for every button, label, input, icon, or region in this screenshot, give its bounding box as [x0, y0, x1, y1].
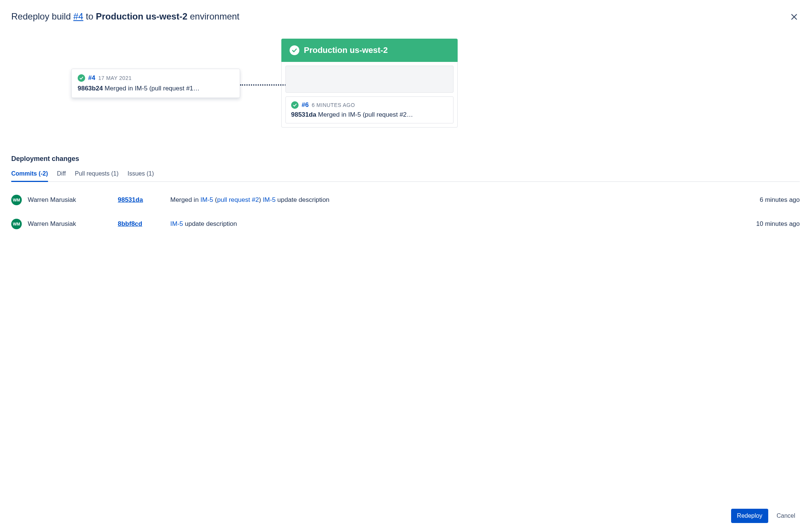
current-commit-hash: 98531da [291, 111, 316, 118]
current-build-number: #6 [302, 101, 309, 109]
commit-row: WM Warren Marusiak 8bbf8cd IM-5 update d… [11, 215, 800, 239]
environment-name: Production us-west-2 [304, 45, 388, 55]
close-button[interactable] [788, 11, 800, 24]
commit-message: Merged in IM-5 (pull request #2) IM-5 up… [170, 196, 760, 204]
issue-link[interactable]: IM-5 [200, 196, 213, 203]
avatar: WM [11, 195, 22, 205]
title-build-link[interactable]: #4 [73, 11, 83, 21]
dialog-title: Redeploy build #4 to Production us-west-… [11, 11, 239, 22]
commit-time: 6 minutes ago [760, 196, 800, 204]
msg-text: Merged in [170, 196, 200, 203]
commit-author: Warren Marusiak [28, 220, 118, 228]
issue-link[interactable]: IM-5 [170, 220, 183, 227]
commit-time: 10 minutes ago [756, 220, 800, 228]
source-commit-hash: 9863b24 [78, 85, 103, 92]
source-build-card[interactable]: #4 17 MAY 2021 9863b24 Merged in IM-5 (p… [71, 69, 240, 98]
close-icon [790, 17, 798, 22]
tab-issues[interactable]: Issues (1) [128, 170, 154, 182]
commit-hash-link[interactable]: 8bbf8cd [118, 220, 170, 228]
commit-author: Warren Marusiak [28, 196, 118, 204]
tab-commits[interactable]: Commits (-2) [11, 170, 48, 182]
title-suffix: environment [188, 11, 240, 21]
section-title: Deployment changes [11, 155, 800, 163]
msg-text: update description [276, 196, 330, 203]
commit-row: WM Warren Marusiak 98531da Merged in IM-… [11, 191, 800, 215]
commits-list: WM Warren Marusiak 98531da Merged in IM-… [11, 191, 800, 239]
tab-diff[interactable]: Diff [57, 170, 66, 182]
pr-link[interactable]: pull request #2 [217, 196, 259, 203]
source-build-date: 17 MAY 2021 [98, 75, 132, 81]
msg-text: update description [183, 220, 237, 227]
title-mid: to [83, 11, 96, 21]
current-commit-line: 98531da Merged in IM-5 (pull request #2… [291, 111, 448, 119]
source-commit-line: 9863b24 Merged in IM-5 (pull request #1… [78, 85, 234, 92]
current-deployment-card[interactable]: #6 6 MINUTES AGO 98531da Merged in IM-5 … [285, 96, 454, 123]
environment-panel: Production us-west-2 #6 6 MINUTES AGO 98… [281, 39, 458, 128]
title-env-name: Production us-west-2 [96, 11, 188, 21]
current-commit-message: Merged in IM-5 (pull request #2… [316, 111, 413, 118]
commit-hash-link[interactable]: 98531da [118, 196, 170, 204]
commit-message: IM-5 update description [170, 220, 756, 228]
source-commit-message: Merged in IM-5 (pull request #1… [103, 85, 200, 92]
msg-text: ( [213, 196, 217, 203]
title-prefix: Redeploy build [11, 11, 73, 21]
issue-link[interactable]: IM-5 [263, 196, 276, 203]
success-icon [78, 74, 85, 82]
current-build-date: 6 MINUTES AGO [312, 102, 355, 108]
success-icon [290, 45, 299, 55]
avatar: WM [11, 219, 22, 229]
deployment-diagram: #4 17 MAY 2021 9863b24 Merged in IM-5 (p… [11, 39, 800, 147]
source-build-number: #4 [88, 74, 95, 82]
tabs: Commits (-2) Diff Pull requests (1) Issu… [11, 170, 800, 182]
msg-text: ) [259, 196, 263, 203]
success-icon [291, 101, 299, 109]
environment-header: Production us-west-2 [281, 39, 458, 62]
target-slot-placeholder [285, 66, 454, 93]
tab-pull-requests[interactable]: Pull requests (1) [75, 170, 119, 182]
